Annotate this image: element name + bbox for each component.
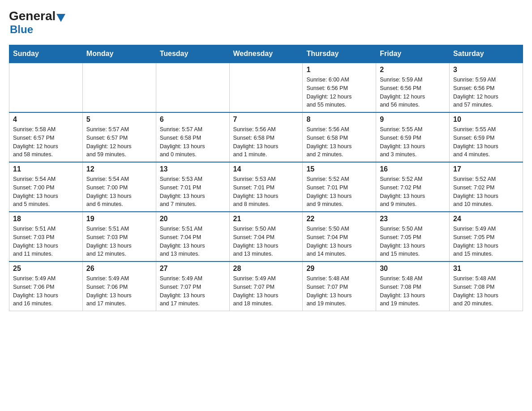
day-info: Sunrise: 5:56 AM Sunset: 6:58 PM Dayligh… bbox=[306, 125, 372, 159]
day-number: 19 bbox=[86, 215, 152, 223]
day-number: 18 bbox=[13, 215, 79, 223]
day-info: Sunrise: 5:50 AM Sunset: 7:05 PM Dayligh… bbox=[380, 225, 446, 258]
day-number: 22 bbox=[306, 215, 372, 223]
day-info: Sunrise: 5:54 AM Sunset: 7:00 PM Dayligh… bbox=[86, 175, 152, 209]
day-info: Sunrise: 5:49 AM Sunset: 7:06 PM Dayligh… bbox=[86, 274, 152, 308]
day-number: 31 bbox=[453, 265, 519, 273]
day-info: Sunrise: 5:49 AM Sunset: 7:07 PM Dayligh… bbox=[233, 274, 299, 308]
calendar-cell: 5Sunrise: 5:57 AM Sunset: 6:57 PM Daylig… bbox=[82, 112, 156, 162]
week-row-5: 25Sunrise: 5:49 AM Sunset: 7:06 PM Dayli… bbox=[9, 261, 523, 311]
day-info: Sunrise: 5:56 AM Sunset: 6:58 PM Dayligh… bbox=[233, 125, 299, 159]
calendar-cell bbox=[82, 63, 156, 112]
calendar-cell: 20Sunrise: 5:51 AM Sunset: 7:04 PM Dayli… bbox=[156, 212, 229, 261]
calendar-cell: 16Sunrise: 5:52 AM Sunset: 7:02 PM Dayli… bbox=[376, 162, 450, 212]
calendar-cell bbox=[156, 63, 229, 112]
day-info: Sunrise: 5:48 AM Sunset: 7:08 PM Dayligh… bbox=[380, 274, 446, 308]
calendar-cell bbox=[229, 63, 303, 112]
calendar-cell: 30Sunrise: 5:48 AM Sunset: 7:08 PM Dayli… bbox=[376, 261, 450, 311]
calendar-cell: 8Sunrise: 5:56 AM Sunset: 6:58 PM Daylig… bbox=[303, 112, 376, 162]
week-row-1: 1Sunrise: 6:00 AM Sunset: 6:56 PM Daylig… bbox=[9, 63, 523, 112]
day-number: 6 bbox=[160, 116, 226, 124]
column-header-saturday: Saturday bbox=[450, 45, 523, 63]
day-number: 23 bbox=[380, 215, 446, 223]
day-info: Sunrise: 5:55 AM Sunset: 6:59 PM Dayligh… bbox=[453, 125, 519, 159]
week-row-2: 4Sunrise: 5:58 AM Sunset: 6:57 PM Daylig… bbox=[9, 112, 523, 162]
day-number: 3 bbox=[453, 66, 519, 74]
calendar-header-row: SundayMondayTuesdayWednesdayThursdayFrid… bbox=[9, 45, 523, 63]
column-header-monday: Monday bbox=[82, 45, 156, 63]
day-info: Sunrise: 5:59 AM Sunset: 6:56 PM Dayligh… bbox=[380, 76, 446, 109]
day-number: 12 bbox=[86, 165, 152, 173]
day-info: Sunrise: 5:48 AM Sunset: 7:08 PM Dayligh… bbox=[453, 274, 519, 308]
calendar-cell: 26Sunrise: 5:49 AM Sunset: 7:06 PM Dayli… bbox=[82, 261, 156, 311]
column-header-thursday: Thursday bbox=[303, 45, 376, 63]
day-info: Sunrise: 5:57 AM Sunset: 6:58 PM Dayligh… bbox=[160, 125, 226, 159]
week-row-3: 11Sunrise: 5:54 AM Sunset: 7:00 PM Dayli… bbox=[9, 162, 523, 212]
column-header-friday: Friday bbox=[376, 45, 450, 63]
calendar-cell: 19Sunrise: 5:51 AM Sunset: 7:03 PM Dayli… bbox=[82, 212, 156, 261]
column-header-sunday: Sunday bbox=[9, 45, 83, 63]
calendar-cell: 15Sunrise: 5:52 AM Sunset: 7:01 PM Dayli… bbox=[303, 162, 376, 212]
day-info: Sunrise: 5:52 AM Sunset: 7:02 PM Dayligh… bbox=[380, 175, 446, 209]
day-info: Sunrise: 5:52 AM Sunset: 7:01 PM Dayligh… bbox=[306, 175, 372, 209]
day-info: Sunrise: 5:58 AM Sunset: 6:57 PM Dayligh… bbox=[13, 125, 79, 159]
day-info: Sunrise: 5:51 AM Sunset: 7:03 PM Dayligh… bbox=[86, 225, 152, 258]
day-number: 8 bbox=[306, 116, 372, 124]
calendar-cell: 28Sunrise: 5:49 AM Sunset: 7:07 PM Dayli… bbox=[229, 261, 303, 311]
calendar-cell: 24Sunrise: 5:49 AM Sunset: 7:05 PM Dayli… bbox=[450, 212, 523, 261]
day-info: Sunrise: 5:53 AM Sunset: 7:01 PM Dayligh… bbox=[160, 175, 226, 209]
calendar-cell: 4Sunrise: 5:58 AM Sunset: 6:57 PM Daylig… bbox=[9, 112, 83, 162]
day-info: Sunrise: 5:59 AM Sunset: 6:56 PM Dayligh… bbox=[453, 76, 519, 109]
logo: General Blue bbox=[9, 9, 65, 36]
day-info: Sunrise: 5:51 AM Sunset: 7:04 PM Dayligh… bbox=[160, 225, 226, 258]
day-info: Sunrise: 5:57 AM Sunset: 6:57 PM Dayligh… bbox=[86, 125, 152, 159]
day-info: Sunrise: 5:53 AM Sunset: 7:01 PM Dayligh… bbox=[233, 175, 299, 209]
calendar-cell: 1Sunrise: 6:00 AM Sunset: 6:56 PM Daylig… bbox=[303, 63, 376, 112]
calendar-cell: 11Sunrise: 5:54 AM Sunset: 7:00 PM Dayli… bbox=[9, 162, 83, 212]
page-header: General Blue bbox=[9, 9, 523, 36]
day-number: 2 bbox=[380, 66, 446, 74]
calendar-cell: 27Sunrise: 5:49 AM Sunset: 7:07 PM Dayli… bbox=[156, 261, 229, 311]
day-number: 20 bbox=[160, 215, 226, 223]
calendar-cell bbox=[9, 63, 83, 112]
day-number: 27 bbox=[160, 265, 226, 273]
day-number: 11 bbox=[13, 165, 79, 173]
day-number: 24 bbox=[453, 215, 519, 223]
day-number: 4 bbox=[13, 116, 79, 124]
calendar-cell: 3Sunrise: 5:59 AM Sunset: 6:56 PM Daylig… bbox=[450, 63, 523, 112]
calendar-cell: 25Sunrise: 5:49 AM Sunset: 7:06 PM Dayli… bbox=[9, 261, 83, 311]
calendar-cell: 10Sunrise: 5:55 AM Sunset: 6:59 PM Dayli… bbox=[450, 112, 523, 162]
day-number: 5 bbox=[86, 116, 152, 124]
day-number: 15 bbox=[306, 165, 372, 173]
calendar-cell: 29Sunrise: 5:48 AM Sunset: 7:07 PM Dayli… bbox=[303, 261, 376, 311]
day-number: 26 bbox=[86, 265, 152, 273]
calendar-cell: 14Sunrise: 5:53 AM Sunset: 7:01 PM Dayli… bbox=[229, 162, 303, 212]
day-info: Sunrise: 6:00 AM Sunset: 6:56 PM Dayligh… bbox=[306, 76, 372, 109]
logo-triangle-icon bbox=[56, 14, 65, 22]
day-number: 17 bbox=[453, 165, 519, 173]
day-info: Sunrise: 5:54 AM Sunset: 7:00 PM Dayligh… bbox=[13, 175, 79, 209]
day-number: 29 bbox=[306, 265, 372, 273]
calendar-cell: 12Sunrise: 5:54 AM Sunset: 7:00 PM Dayli… bbox=[82, 162, 156, 212]
day-number: 13 bbox=[160, 165, 226, 173]
calendar-cell: 23Sunrise: 5:50 AM Sunset: 7:05 PM Dayli… bbox=[376, 212, 450, 261]
day-info: Sunrise: 5:52 AM Sunset: 7:02 PM Dayligh… bbox=[453, 175, 519, 209]
day-info: Sunrise: 5:50 AM Sunset: 7:04 PM Dayligh… bbox=[306, 225, 372, 258]
calendar-table: SundayMondayTuesdayWednesdayThursdayFrid… bbox=[9, 45, 523, 311]
day-number: 1 bbox=[306, 66, 372, 74]
calendar-cell: 7Sunrise: 5:56 AM Sunset: 6:58 PM Daylig… bbox=[229, 112, 303, 162]
day-info: Sunrise: 5:49 AM Sunset: 7:07 PM Dayligh… bbox=[160, 274, 226, 308]
calendar-cell: 21Sunrise: 5:50 AM Sunset: 7:04 PM Dayli… bbox=[229, 212, 303, 261]
week-row-4: 18Sunrise: 5:51 AM Sunset: 7:03 PM Dayli… bbox=[9, 212, 523, 261]
column-header-tuesday: Tuesday bbox=[156, 45, 229, 63]
day-info: Sunrise: 5:55 AM Sunset: 6:59 PM Dayligh… bbox=[380, 125, 446, 159]
day-info: Sunrise: 5:51 AM Sunset: 7:03 PM Dayligh… bbox=[13, 225, 79, 258]
day-number: 7 bbox=[233, 116, 299, 124]
day-number: 21 bbox=[233, 215, 299, 223]
calendar-cell: 6Sunrise: 5:57 AM Sunset: 6:58 PM Daylig… bbox=[156, 112, 229, 162]
calendar-cell: 13Sunrise: 5:53 AM Sunset: 7:01 PM Dayli… bbox=[156, 162, 229, 212]
day-info: Sunrise: 5:48 AM Sunset: 7:07 PM Dayligh… bbox=[306, 274, 372, 308]
day-number: 16 bbox=[380, 165, 446, 173]
column-header-wednesday: Wednesday bbox=[229, 45, 303, 63]
calendar-cell: 31Sunrise: 5:48 AM Sunset: 7:08 PM Dayli… bbox=[450, 261, 523, 311]
